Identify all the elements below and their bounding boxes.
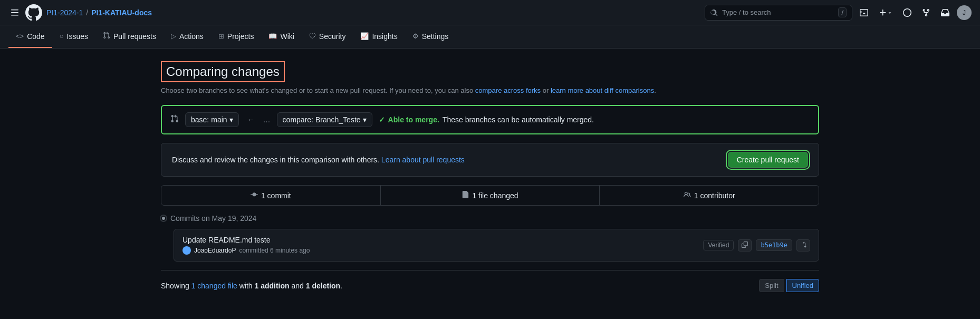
projects-icon: ⊞ [218, 32, 224, 40]
contributor-stat-icon [684, 191, 691, 200]
browse-repo-button[interactable] [796, 239, 810, 252]
commit-hash-button[interactable]: b5e1b9e [756, 239, 792, 251]
tab-projects[interactable]: ⊞ Projects [211, 26, 262, 48]
commits-date: Commits on May 19, 2024 [170, 214, 256, 223]
merge-description: These branches can be automatically merg… [443, 115, 594, 124]
file-stat-icon [462, 191, 469, 200]
create-pull-request-button[interactable]: Create pull request [728, 152, 808, 168]
search-box[interactable]: Type / to search / [705, 5, 852, 21]
issues-icon: ○ [60, 32, 64, 40]
tab-settings[interactable]: ⚙ Settings [405, 26, 456, 48]
swap-branches-button[interactable]: ← [245, 113, 257, 126]
changed-file-link[interactable]: 1 changed file [191, 282, 237, 290]
commits-date-header: Commits on May 19, 2024 [161, 214, 819, 223]
plus-button[interactable] [876, 6, 896, 19]
merge-check-icon: ✓ [379, 115, 385, 124]
tab-pull-requests[interactable]: Pull requests [95, 25, 164, 48]
search-shortcut: / [838, 7, 847, 17]
diff-comparisons-link[interactable]: learn more about diff comparisons [551, 86, 654, 94]
view-toggle: Split Unified [759, 279, 819, 292]
tab-issues[interactable]: ○ Issues [52, 26, 95, 48]
compare-chevron-icon: ▾ [363, 115, 367, 124]
base-branch: main [211, 115, 227, 124]
merge-able-text: Able to merge. [388, 115, 439, 124]
github-logo[interactable] [25, 4, 42, 21]
base-branch-selector[interactable]: base: main ▾ [185, 112, 239, 127]
breadcrumb-org[interactable]: PI1-2024-1 [46, 8, 83, 17]
breadcrumb: PI1-2024-1 / PI1-KATIAU-docs [46, 8, 152, 17]
page-subtitle: Choose two branches to see what's change… [161, 86, 819, 94]
breadcrumb-separator: / [86, 8, 88, 17]
fork-button[interactable] [919, 6, 934, 19]
pull-requests-icon [103, 32, 110, 41]
terminal-button[interactable] [857, 6, 871, 19]
commits-stat-value: 1 commit [261, 191, 291, 200]
base-chevron-icon: ▾ [229, 115, 233, 124]
search-placeholder: Type / to search [722, 8, 771, 16]
commit-author-row: JoaoEduardoP committed 6 minutes ago [182, 246, 310, 255]
commit-card: Update README.md teste JoaoEduardoP comm… [174, 229, 819, 262]
verified-badge: Verified [703, 240, 734, 250]
breadcrumb-repo[interactable]: PI1-KATIAU-docs [91, 8, 152, 17]
commit-author-avatar [182, 246, 191, 255]
main-content: Comparing changes Choose two branches to… [152, 49, 828, 305]
commit-timeline-dot [161, 216, 166, 221]
showing-label: Showing 1 changed file with 1 addition a… [161, 282, 342, 290]
discuss-box: Discuss and review the changes in this c… [161, 143, 819, 177]
tab-insights[interactable]: 📈 Insights [353, 26, 405, 48]
security-icon: 🛡 [309, 32, 316, 40]
insights-icon: 📈 [360, 32, 369, 40]
tab-security[interactable]: 🛡 Security [302, 26, 353, 48]
page-title: Comparing changes [161, 61, 285, 82]
branch-compare-bar: base: main ▾ ← … compare: Branch_Teste ▾… [161, 105, 819, 134]
inbox-button[interactable] [938, 6, 953, 19]
commits-section: Commits on May 19, 2024 Update README.md… [161, 214, 819, 262]
files-stat: 1 file changed [381, 186, 600, 205]
code-icon: <> [16, 32, 24, 40]
learn-about-pr-link[interactable]: Learn about pull requests [381, 156, 465, 164]
copilot-button[interactable] [900, 6, 915, 19]
copy-hash-button[interactable] [738, 239, 752, 252]
commit-author-name: JoaoEduardoP [194, 247, 236, 254]
wiki-icon: 📖 [268, 32, 277, 40]
contributors-stat-value: 1 contributor [694, 191, 735, 200]
avatar[interactable]: J [957, 5, 972, 20]
discuss-text: Discuss and review the changes in this c… [172, 156, 465, 164]
merge-status: ✓ Able to merge. These branches can be a… [379, 115, 594, 124]
contributors-stat: 1 contributor [600, 186, 819, 205]
tab-actions[interactable]: ▷ Actions [164, 26, 211, 48]
actions-icon: ▷ [171, 32, 176, 40]
branch-icon [170, 114, 179, 125]
top-nav: PI1-2024-1 / PI1-KATIAU-docs Type / to s… [0, 0, 980, 25]
files-stat-value: 1 file changed [472, 191, 518, 200]
hamburger-button[interactable] [8, 6, 21, 19]
showing-files-text: Showing 1 changed file with 1 addition a… [161, 282, 342, 290]
commit-stat-icon [251, 191, 258, 200]
compare-label: compare: [283, 115, 313, 124]
split-view-button[interactable]: Split [759, 279, 784, 292]
compare-branch-selector[interactable]: compare: Branch_Teste ▾ [277, 112, 372, 127]
unified-view-button[interactable]: Unified [786, 279, 819, 292]
tab-wiki[interactable]: 📖 Wiki [261, 26, 301, 48]
tab-code[interactable]: <> Code [8, 26, 52, 48]
ellipsis: … [263, 115, 271, 124]
stats-bar: 1 commit 1 file changed 1 contributor [161, 185, 819, 206]
compare-branch: Branch_Teste [315, 115, 361, 124]
commit-message: Update README.md teste [182, 236, 310, 244]
compare-forks-link[interactable]: compare across forks [475, 86, 541, 94]
commits-stat: 1 commit [161, 186, 381, 205]
base-label: base: [191, 115, 209, 124]
showing-files-bar: Showing 1 changed file with 1 addition a… [161, 270, 819, 292]
commit-time: committed 6 minutes ago [239, 247, 310, 254]
settings-icon: ⚙ [412, 32, 419, 40]
repo-tabs: <> Code ○ Issues Pull requests ▷ Actions… [0, 25, 980, 49]
